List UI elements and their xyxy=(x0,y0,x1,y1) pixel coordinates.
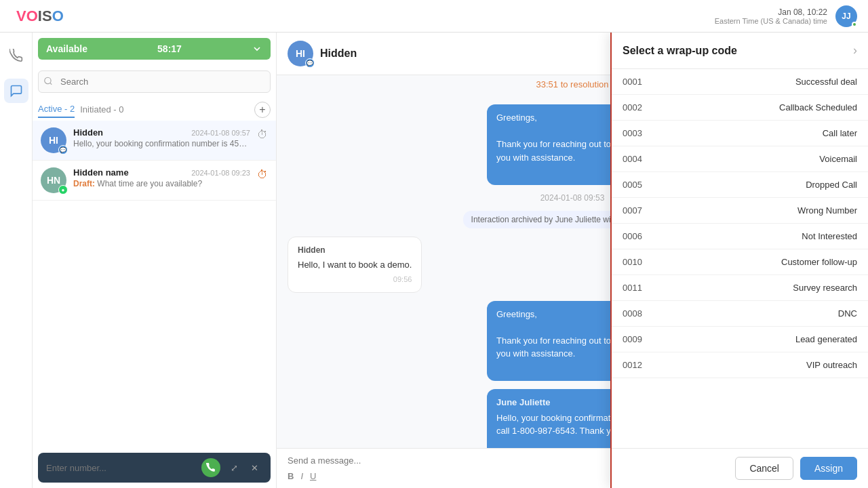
message-text: Hello, I want to book a demo. xyxy=(298,258,412,272)
wrapup-title: Select a wrap-up code xyxy=(623,45,737,57)
icon-sidebar xyxy=(0,33,33,488)
wrapup-row[interactable]: 0012VIP outreach xyxy=(612,352,868,378)
wrapup-code: 0006 xyxy=(623,231,642,241)
conversation-name: Hidden name xyxy=(73,167,129,178)
call-button[interactable] xyxy=(201,458,220,477)
clock-orange-icon: ⏱ xyxy=(257,169,268,181)
wrapup-list: 0001Successful deal0002Callback Schedule… xyxy=(612,69,868,448)
avatar: HN ● xyxy=(41,167,66,193)
conversation-name: Hidden xyxy=(73,127,103,138)
wrapup-code: 0001 xyxy=(623,77,642,87)
chat-panel: HI 💬 Hidden Forward Archive 33:51 to res… xyxy=(277,33,868,488)
conversation-preview: Draft: What time are you available? xyxy=(73,179,250,188)
message-sender: Hidden xyxy=(298,244,412,256)
wrapup-label: Lead generated xyxy=(795,334,857,344)
phone-icon[interactable] xyxy=(4,43,28,68)
wrapup-footer: Cancel Assign xyxy=(612,448,868,488)
whatsapp-channel-icon: ● xyxy=(58,185,68,195)
dialpad: ⤢ ✕ xyxy=(38,453,271,483)
wrapup-close-button[interactable]: › xyxy=(853,43,857,58)
user-avatar[interactable]: JJ xyxy=(835,5,857,27)
wrapup-row[interactable]: 0001Successful deal xyxy=(612,69,868,95)
wrapup-label: Customer follow-up xyxy=(781,257,857,267)
wrapup-code: 0004 xyxy=(623,154,642,164)
list-item[interactable]: HI 💬 Hidden 2024-01-08 09:57 Hello, your… xyxy=(33,121,276,161)
voiso-logo: VOISO xyxy=(5,7,75,25)
conversation-content: Hidden 2024-01-08 09:57 Hello, your book… xyxy=(73,127,250,153)
italic-icon[interactable]: I xyxy=(300,471,303,481)
chat-channel-icon: 💬 xyxy=(58,145,68,155)
tab-active[interactable]: Active - 2 xyxy=(38,101,75,118)
wrapup-row[interactable]: 0009Lead generated xyxy=(612,327,868,352)
dialpad-actions: ⤢ ✕ xyxy=(226,460,262,476)
toolbar-formatting: B I U xyxy=(288,471,316,481)
wrapup-row[interactable]: 0011Survey research xyxy=(612,275,868,301)
clock-icon: ⏱ xyxy=(257,129,268,141)
wrapup-code: 0009 xyxy=(623,334,642,344)
topbar-datetime: Jan 08, 10:22 Eastern Time (US & Canada)… xyxy=(715,7,827,25)
wrapup-label: VIP outreach xyxy=(806,360,857,370)
wrapup-label: Dropped Call xyxy=(806,180,857,190)
conversation-panel: Available 58:17 Active - 2 Initiated - 0… xyxy=(33,33,277,488)
wrapup-code: 0008 xyxy=(623,308,642,319)
wrapup-row[interactable]: 0005Dropped Call xyxy=(612,172,868,198)
add-conversation-button[interactable]: + xyxy=(254,102,271,118)
wrapup-code: 0011 xyxy=(623,283,642,293)
message-time: 09:56 xyxy=(298,274,412,285)
wrapup-row[interactable]: 0004Voicemail xyxy=(612,146,868,172)
wrapup-code: 0005 xyxy=(623,180,642,190)
bold-icon[interactable]: B xyxy=(288,471,294,481)
search-input[interactable] xyxy=(38,70,271,93)
availability-timer: 58:17 xyxy=(157,43,182,54)
wrapup-header: Select a wrap-up code › xyxy=(612,33,868,69)
wrapup-row[interactable]: 0007Wrong Number xyxy=(612,198,868,224)
wrapup-label: Successful deal xyxy=(795,77,857,87)
tabs-row: Active - 2 Initiated - 0 + xyxy=(33,98,276,121)
cancel-button[interactable]: Cancel xyxy=(735,457,793,480)
dialpad-input[interactable] xyxy=(46,463,196,473)
wrapup-row[interactable]: 0008DNC xyxy=(612,301,868,327)
wrapup-row[interactable]: 0002Callback Scheduled xyxy=(612,95,868,121)
wrapup-label: Not Interested xyxy=(802,231,857,241)
list-item[interactable]: HN ● Hidden name 2024-01-08 09:23 Draft:… xyxy=(33,161,276,201)
draft-label: Draft: xyxy=(73,179,95,188)
expand-icon[interactable]: ⤢ xyxy=(226,460,242,476)
chat-icon: 💬 xyxy=(305,58,315,68)
conversation-preview: Hello, your booking confirmation number … xyxy=(73,139,250,148)
wrapup-panel: Select a wrap-up code › 0001Successful d… xyxy=(610,33,868,488)
tab-initiated[interactable]: Initiated - 0 xyxy=(80,102,123,117)
wrapup-label: Voicemail xyxy=(819,154,857,164)
wrapup-row[interactable]: 0003Call later xyxy=(612,121,868,146)
wrapup-label: DNC xyxy=(838,308,857,319)
search-box xyxy=(38,70,271,93)
availability-bar[interactable]: Available 58:17 xyxy=(38,38,271,60)
wrapup-code: 0002 xyxy=(623,102,642,113)
close-icon[interactable]: ✕ xyxy=(246,460,262,476)
wrapup-code: 0010 xyxy=(623,257,642,267)
messages-icon[interactable] xyxy=(4,79,28,103)
svg-point-0 xyxy=(45,77,51,83)
wrapup-label: Survey research xyxy=(793,283,857,293)
conversation-content: Hidden name 2024-01-08 09:23 Draft: What… xyxy=(73,167,250,193)
chat-avatar: HI 💬 xyxy=(288,41,313,66)
availability-label: Available xyxy=(46,43,87,54)
conversation-date: 2024-01-08 09:23 xyxy=(191,169,250,177)
conversation-date: 2024-01-08 09:57 xyxy=(191,129,250,137)
conversation-list: HI 💬 Hidden 2024-01-08 09:57 Hello, your… xyxy=(33,121,276,447)
wrapup-code: 0003 xyxy=(623,128,642,138)
chevron-down-icon xyxy=(252,43,262,54)
wrapup-code: 0007 xyxy=(623,205,642,216)
svg-line-1 xyxy=(50,83,52,85)
avatar: HI 💬 xyxy=(41,127,66,153)
wrapup-code: 0012 xyxy=(623,360,642,370)
wrapup-row[interactable]: 0006Not Interested xyxy=(612,224,868,249)
wrapup-label: Callback Scheduled xyxy=(779,102,857,113)
chat-contact-name: Hidden xyxy=(320,47,357,60)
wrapup-label: Wrong Number xyxy=(797,205,857,216)
assign-button[interactable]: Assign xyxy=(800,457,857,480)
message-bubble: Hidden Hello, I want to book a demo. 09:… xyxy=(288,237,422,293)
underline-icon[interactable]: U xyxy=(310,471,316,481)
wrapup-row[interactable]: 0010Customer follow-up xyxy=(612,249,868,275)
search-icon xyxy=(43,76,53,87)
wrapup-label: Call later xyxy=(823,128,857,138)
